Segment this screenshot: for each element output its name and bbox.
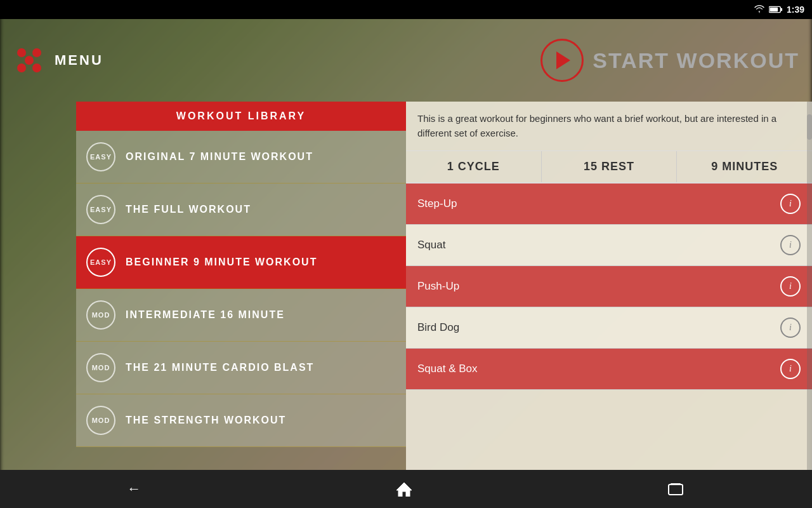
difficulty-badge: EASY bbox=[86, 195, 115, 224]
workout-name: THE 21 MINUTE CARDIO BLAST bbox=[126, 362, 314, 373]
wifi-icon bbox=[754, 5, 765, 14]
workout-item-6[interactable]: MOD THE STRENGTH WORKOUT bbox=[76, 394, 406, 447]
status-time: 1:39 bbox=[787, 4, 804, 15]
workout-item-5[interactable]: MOD THE 21 MINUTE CARDIO BLAST bbox=[76, 342, 406, 394]
exercise-item-1: Squat i bbox=[406, 225, 812, 266]
back-button[interactable]: ← bbox=[127, 481, 141, 497]
info-button-3[interactable]: i bbox=[780, 318, 801, 338]
status-icons: 1:39 bbox=[754, 4, 804, 15]
top-header: MENU START WORKOUT bbox=[0, 19, 812, 102]
exercise-name-1: Squat bbox=[417, 239, 445, 251]
app-logo bbox=[13, 44, 46, 77]
stat-value-2: 9 MINUTES bbox=[711, 160, 778, 173]
svg-point-7 bbox=[32, 64, 41, 72]
difficulty-badge: EASY bbox=[86, 142, 115, 171]
start-workout-label: START WORKOUT bbox=[593, 48, 799, 73]
exercise-item-4: Squat & Box i bbox=[406, 349, 812, 390]
status-bar: 1:39 bbox=[0, 0, 812, 19]
scrollbar[interactable] bbox=[807, 102, 812, 470]
workout-item-2[interactable]: EASY THE FULL WORKOUT bbox=[76, 184, 406, 236]
library-title: WORKOUT LIBRARY bbox=[176, 110, 306, 121]
difficulty-badge: MOD bbox=[86, 300, 115, 330]
play-icon bbox=[556, 51, 570, 69]
svg-marker-8 bbox=[396, 483, 412, 497]
exercise-name-4: Squat & Box bbox=[417, 363, 478, 375]
workout-name: BEGINNER 9 MINUTE WORKOUT bbox=[126, 257, 317, 268]
bottom-nav: ← bbox=[0, 470, 812, 508]
menu-button[interactable]: MENU bbox=[13, 44, 103, 77]
stat-value-0: 1 CYCLE bbox=[447, 160, 500, 173]
scrollbar-thumb bbox=[807, 114, 812, 140]
workout-item-4[interactable]: MOD INTERMEDIATE 16 MINUTE bbox=[76, 289, 406, 342]
svg-rect-2 bbox=[769, 8, 778, 11]
library-header: WORKOUT LIBRARY bbox=[76, 102, 406, 131]
menu-label: MENU bbox=[55, 52, 103, 69]
stat-item-0: 1 CYCLE bbox=[406, 151, 542, 182]
exercise-item-3: Bird Dog i bbox=[406, 307, 812, 349]
workout-description: This is a great workout for beginners wh… bbox=[406, 102, 812, 151]
info-button-1[interactable]: i bbox=[780, 235, 801, 255]
recent-apps-icon bbox=[667, 482, 685, 496]
info-button-0[interactable]: i bbox=[780, 194, 801, 214]
svg-point-5 bbox=[17, 64, 26, 72]
recent-apps-button[interactable] bbox=[667, 482, 685, 496]
battery-icon bbox=[769, 6, 783, 13]
stat-item-2: 9 MINUTES bbox=[677, 151, 812, 182]
exercise-item-2: Push-Up i bbox=[406, 266, 812, 307]
start-workout-button[interactable]: START WORKOUT bbox=[540, 39, 799, 82]
home-icon bbox=[395, 481, 413, 497]
exercise-name-2: Push-Up bbox=[417, 280, 459, 293]
back-icon: ← bbox=[127, 481, 141, 497]
play-circle bbox=[540, 39, 584, 82]
difficulty-badge: MOD bbox=[86, 353, 115, 382]
workout-name: THE FULL WORKOUT bbox=[126, 204, 251, 215]
main-content: WORKOUT LIBRARY EASY ORIGINAL 7 MINUTE W… bbox=[76, 102, 812, 470]
svg-point-3 bbox=[17, 48, 26, 57]
stat-value-1: 15 REST bbox=[584, 160, 634, 173]
workout-list: EASY ORIGINAL 7 MINUTE WORKOUT EASY THE … bbox=[76, 131, 406, 447]
difficulty-badge: MOD bbox=[86, 406, 115, 435]
exercise-name-3: Bird Dog bbox=[417, 321, 459, 334]
stat-item-1: 15 REST bbox=[542, 151, 678, 182]
home-button[interactable] bbox=[395, 481, 413, 497]
svg-rect-9 bbox=[669, 485, 683, 495]
workout-library: WORKOUT LIBRARY EASY ORIGINAL 7 MINUTE W… bbox=[76, 102, 406, 470]
workout-name: ORIGINAL 7 MINUTE WORKOUT bbox=[126, 151, 313, 163]
svg-point-6 bbox=[25, 56, 34, 65]
workout-stats: 1 CYCLE15 REST9 MINUTES bbox=[406, 151, 812, 184]
svg-rect-1 bbox=[780, 8, 782, 11]
difficulty-badge: EASY bbox=[86, 248, 115, 277]
exercise-item-0: Step-Up i bbox=[406, 184, 812, 225]
info-button-2[interactable]: i bbox=[780, 276, 801, 297]
svg-rect-10 bbox=[671, 483, 681, 485]
workout-detail: This is a great workout for beginners wh… bbox=[406, 102, 812, 470]
svg-point-4 bbox=[32, 48, 41, 57]
workout-item-1[interactable]: EASY ORIGINAL 7 MINUTE WORKOUT bbox=[76, 131, 406, 184]
workout-name: INTERMEDIATE 16 MINUTE bbox=[126, 309, 285, 321]
workout-item-3[interactable]: EASY BEGINNER 9 MINUTE WORKOUT bbox=[76, 236, 406, 289]
exercise-name-0: Step-Up bbox=[417, 197, 457, 210]
exercise-list: Step-Up i Squat i Push-Up i Bird Dog i S… bbox=[406, 184, 812, 390]
workout-name: THE STRENGTH WORKOUT bbox=[126, 415, 286, 426]
info-button-4[interactable]: i bbox=[780, 359, 801, 379]
